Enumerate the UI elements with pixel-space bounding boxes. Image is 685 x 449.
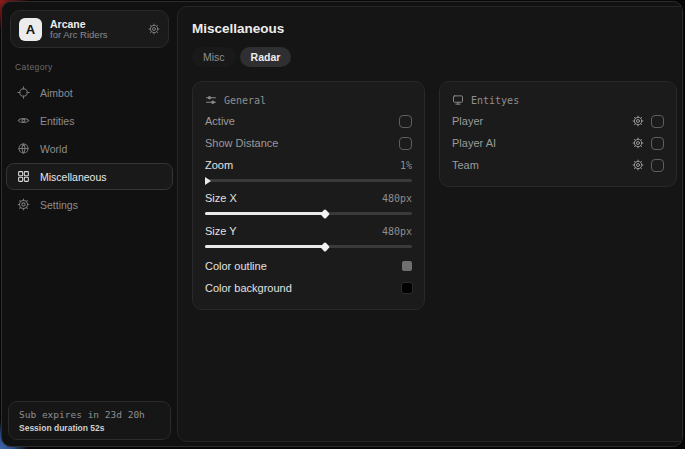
sidebar-item-label: Settings <box>40 199 78 211</box>
row-player-ai: Player AI <box>452 132 664 154</box>
panel-title: Entityes <box>471 95 519 106</box>
row-label: Active <box>205 115 235 127</box>
row-color-outline: Color outline <box>205 255 412 277</box>
row-controls <box>399 137 412 150</box>
app-window: A Arcane for Arc Riders Category AimbotE… <box>1 1 683 447</box>
slider-track[interactable] <box>205 179 412 182</box>
sidebar-item-miscellaneous[interactable]: Miscellaneous <box>6 163 173 190</box>
checkbox-show-distance[interactable] <box>399 137 412 150</box>
row-team: Team <box>452 154 664 176</box>
brand-initial: A <box>26 22 35 37</box>
sidebar-item-entities[interactable]: Entities <box>6 107 173 134</box>
sidebar-item-label: Aimbot <box>40 87 73 99</box>
row-label: Color outline <box>205 260 267 272</box>
checkbox-active[interactable] <box>399 115 412 128</box>
panel-general: GeneralActiveShow DistanceZoom1%Size X48… <box>192 81 425 310</box>
sidebar-nav: AimbotEntitiesWorldMiscellaneousSettings <box>2 76 177 401</box>
panel-header: Entityes <box>452 94 664 106</box>
row-color-background: Color background <box>205 277 412 299</box>
row-controls <box>399 115 412 128</box>
slider-track[interactable] <box>205 245 412 248</box>
main-panel: Miscellaneous MiscRadar GeneralActiveSho… <box>177 6 683 442</box>
tab-radar[interactable]: Radar <box>240 47 292 67</box>
sidebar-item-settings[interactable]: Settings <box>6 191 173 218</box>
brand-title: Arcane <box>50 18 140 30</box>
row-label: Player <box>452 115 483 127</box>
slider-thumb[interactable] <box>320 242 330 252</box>
panel-title: General <box>224 95 266 106</box>
tab-bar: MiscRadar <box>192 47 677 67</box>
row-controls <box>632 137 664 150</box>
row-label: Player AI <box>452 137 496 149</box>
entity-settings-icon[interactable] <box>632 137 644 149</box>
sidebar-item-aimbot[interactable]: Aimbot <box>6 79 173 106</box>
globe-icon <box>17 142 30 155</box>
slider-value: 480px <box>382 226 412 237</box>
row-label: Team <box>452 159 479 171</box>
category-label: Category <box>15 62 177 72</box>
sidebar-item-label: Entities <box>40 115 74 127</box>
sidebar-item-label: World <box>40 143 67 155</box>
entity-settings-icon[interactable] <box>632 115 644 127</box>
checkbox-player[interactable] <box>651 115 664 128</box>
slider-header: Zoom1% <box>205 156 412 174</box>
slider-header: Size X480px <box>205 189 412 207</box>
brand-logo: A <box>19 18 42 41</box>
session-duration-text: Session duration 52s <box>19 423 160 433</box>
row-player: Player <box>452 110 664 132</box>
subscription-card: Sub expires in 23d 20h Session duration … <box>8 401 171 440</box>
sliders-icon <box>205 94 217 106</box>
panel-header: General <box>205 94 412 106</box>
slider-fill <box>205 212 325 215</box>
row-size-x: Size X480px <box>205 189 412 215</box>
slider-thumb[interactable] <box>320 209 330 219</box>
eye-icon <box>17 114 30 127</box>
slider-value: 1% <box>400 160 412 171</box>
slider-value: 480px <box>382 193 412 204</box>
color-swatch-color-outline[interactable] <box>402 261 412 271</box>
row-label: Size X <box>205 192 237 204</box>
color-swatch-color-background[interactable] <box>402 283 412 293</box>
slider-thumb[interactable] <box>205 177 211 185</box>
tab-misc[interactable]: Misc <box>192 47 236 67</box>
sub-expires-text: Sub expires in 23d 20h <box>19 409 160 420</box>
entity-settings-icon[interactable] <box>632 159 644 171</box>
brand-card: A Arcane for Arc Riders <box>10 10 169 48</box>
row-controls <box>632 115 664 128</box>
row-controls <box>632 159 664 172</box>
grid-icon <box>17 170 30 183</box>
sidebar-item-label: Miscellaneous <box>40 171 107 183</box>
brand-text: Arcane for Arc Riders <box>50 18 140 41</box>
page-title: Miscellaneous <box>192 21 677 36</box>
sidebar-item-world[interactable]: World <box>6 135 173 162</box>
panels-container: GeneralActiveShow DistanceZoom1%Size X48… <box>192 81 677 310</box>
row-label: Color background <box>205 282 292 294</box>
row-label: Size Y <box>205 225 237 237</box>
row-label: Zoom <box>205 159 233 171</box>
slider-header: Size Y480px <box>205 222 412 240</box>
panel-entityes: EntityesPlayerPlayer AITeam <box>439 81 677 187</box>
row-show-distance: Show Distance <box>205 132 412 154</box>
row-active: Active <box>205 110 412 132</box>
crosshair-icon <box>17 86 30 99</box>
checkbox-player-ai[interactable] <box>651 137 664 150</box>
slider-fill <box>205 245 325 248</box>
monitor-icon <box>452 94 464 106</box>
checkbox-team[interactable] <box>651 159 664 172</box>
gear-icon <box>17 198 30 211</box>
brand-subtitle: for Arc Riders <box>50 30 140 41</box>
slider-track[interactable] <box>205 212 412 215</box>
brand-settings-icon[interactable] <box>148 23 160 35</box>
row-size-y: Size Y480px <box>205 222 412 248</box>
row-label: Show Distance <box>205 137 278 149</box>
row-zoom: Zoom1% <box>205 156 412 182</box>
sidebar: A Arcane for Arc Riders Category AimbotE… <box>2 2 177 446</box>
